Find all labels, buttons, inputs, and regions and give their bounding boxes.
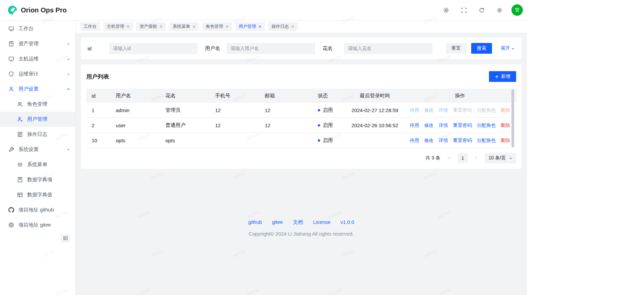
tab-close-icon[interactable]: ✕ bbox=[159, 25, 162, 29]
plus-icon bbox=[495, 75, 499, 79]
edit-action[interactable]: 修改 bbox=[424, 107, 434, 113]
reset-password-action[interactable]: 重置密码 bbox=[453, 138, 472, 144]
disable-action[interactable]: 停用 bbox=[410, 138, 419, 144]
cell-username: user bbox=[110, 118, 160, 133]
edit-action[interactable]: 修改 bbox=[424, 138, 434, 144]
footer-link-docs[interactable]: 文档 bbox=[293, 219, 303, 226]
pagination: 共 3 条 1 10 条/页 bbox=[86, 153, 516, 163]
sidebar-item-system-menu[interactable]: 系统菜单 bbox=[0, 157, 75, 172]
app-window: Orion Ops Pro bbox=[0, 0, 527, 295]
sidebar-label: 工作台 bbox=[18, 26, 70, 32]
footer-link-gitee[interactable]: gitee bbox=[272, 219, 283, 226]
scrollbar-thumb[interactable] bbox=[511, 89, 514, 147]
refresh-icon[interactable] bbox=[476, 4, 487, 16]
fullscreen-icon[interactable] bbox=[458, 4, 469, 16]
username-label: 用户名 bbox=[205, 45, 227, 52]
sidebar-label: 数据字典项 bbox=[27, 177, 70, 183]
sidebar-item-asset-mgmt[interactable]: 资产管理 bbox=[0, 36, 75, 51]
reset-button[interactable]: 重置 bbox=[446, 43, 466, 54]
page-size-select[interactable]: 10 条/页 bbox=[485, 153, 516, 163]
col-email: 邮箱 bbox=[259, 89, 312, 103]
page-number[interactable]: 1 bbox=[458, 153, 468, 163]
delete-action[interactable]: 删除 bbox=[501, 138, 510, 144]
search-button[interactable]: 搜索 bbox=[471, 43, 492, 54]
brand: Orion Ops Pro bbox=[7, 5, 67, 15]
cell-username: admin bbox=[110, 103, 160, 118]
status-text: 启用 bbox=[323, 137, 333, 143]
sidebar-item-ops-audit[interactable]: 运维审计 bbox=[0, 66, 75, 82]
tab-close-icon[interactable]: ✕ bbox=[127, 25, 130, 29]
sidebar-label: 用户管理 bbox=[27, 116, 70, 122]
tab-host-mgmt[interactable]: 主机管理 ✕ bbox=[103, 22, 133, 31]
prev-page-icon[interactable] bbox=[445, 154, 454, 162]
tab-close-icon[interactable]: ✕ bbox=[291, 25, 294, 29]
nickname-input[interactable] bbox=[344, 43, 433, 54]
page-footer: github gitee 文档 License v1.0.0 Copyright… bbox=[81, 219, 522, 237]
sidebar-item-host-ops[interactable]: 主机运维 bbox=[0, 51, 75, 66]
cell-id: 10 bbox=[86, 133, 110, 148]
topbar-actions: 管 bbox=[440, 4, 523, 16]
user-avatar[interactable]: 管 bbox=[511, 4, 523, 16]
cell-actions: 停用 修改 详情 重置密码 分配角色 删除 bbox=[404, 118, 516, 133]
detail-action[interactable]: 详情 bbox=[439, 122, 448, 129]
sidebar-item-role-mgmt[interactable]: 角色管理 bbox=[0, 97, 75, 112]
footer-link-license[interactable]: License bbox=[313, 219, 331, 226]
page-size-value: 10 条/页 bbox=[489, 155, 506, 161]
tab-role-mgmt[interactable]: 角色管理 ✕ bbox=[202, 22, 232, 31]
tab-asset-auth[interactable]: 资产授权 ✕ bbox=[136, 22, 166, 31]
cell-actions: 停用 修改 详情 重置密码 分配角色 删除 bbox=[404, 133, 516, 148]
tab-op-logs[interactable]: 操作日志 ✕ bbox=[268, 22, 298, 31]
tab-close-icon[interactable]: ✕ bbox=[192, 25, 195, 29]
sidebar-item-user-settings[interactable]: 用户设置 bbox=[0, 82, 75, 97]
chevron-down-icon bbox=[66, 72, 70, 76]
reset-password-action[interactable]: 重置密码 bbox=[453, 107, 472, 113]
sidebar-item-user-mgmt[interactable]: 用户管理 bbox=[0, 112, 75, 127]
sidebar-item-dict-keys[interactable]: 数据字典项 bbox=[0, 172, 75, 187]
settings-gear-icon[interactable] bbox=[494, 4, 505, 16]
next-page-icon[interactable] bbox=[472, 154, 481, 162]
footer-link-github[interactable]: github bbox=[248, 219, 262, 226]
table-scrollbar bbox=[511, 89, 514, 147]
detail-action[interactable]: 详情 bbox=[439, 107, 448, 113]
delete-action[interactable]: 删除 bbox=[501, 122, 510, 129]
table-row: 1 admin 管理员 12 12 启用 2024-02-27 12:28:59 bbox=[86, 103, 516, 118]
col-username: 用户名 bbox=[110, 89, 160, 103]
assign-role-action[interactable]: 分配角色 bbox=[477, 138, 496, 144]
footer-link-version[interactable]: v1.0.0 bbox=[341, 219, 354, 226]
assign-role-action[interactable]: 分配角色 bbox=[477, 107, 496, 113]
delete-action[interactable]: 删除 bbox=[501, 107, 510, 113]
theme-toggle-icon[interactable] bbox=[440, 4, 452, 16]
add-user-button[interactable]: 新增 bbox=[489, 71, 516, 82]
status-dot bbox=[318, 139, 320, 142]
chevron-down-icon bbox=[509, 156, 513, 160]
tab-close-icon[interactable]: ✕ bbox=[258, 25, 261, 29]
roles-users-icon bbox=[17, 101, 23, 107]
username-input[interactable] bbox=[227, 43, 315, 54]
detail-action[interactable]: 详情 bbox=[439, 138, 448, 144]
sidebar-item-gitee[interactable]: 项目地址 gitee bbox=[0, 217, 75, 233]
sidebar-item-dict-values[interactable]: 数据字典值 bbox=[0, 187, 75, 202]
id-input[interactable] bbox=[109, 43, 198, 54]
tab-label: 工作台 bbox=[84, 23, 97, 30]
sidebar-collapse-icon[interactable] bbox=[61, 234, 70, 243]
tab-system-menu[interactable]: 系统菜单 ✕ bbox=[169, 22, 199, 31]
status-text: 启用 bbox=[323, 122, 333, 128]
add-button-label: 新增 bbox=[501, 73, 510, 80]
tab-workbench[interactable]: 工作台 bbox=[80, 22, 100, 31]
page-body: id 用户名 花名 重置 搜索 展开 bbox=[76, 33, 527, 295]
tab-close-icon[interactable]: ✕ bbox=[226, 25, 229, 29]
sidebar-item-op-logs[interactable]: 操作日志 bbox=[0, 127, 75, 142]
sidebar-item-workbench[interactable]: 工作台 bbox=[0, 21, 75, 36]
reset-password-action[interactable]: 重置密码 bbox=[453, 122, 472, 129]
edit-action[interactable]: 修改 bbox=[424, 122, 434, 129]
tab-user-mgmt[interactable]: 用户管理 ✕ bbox=[235, 22, 265, 31]
sidebar-item-github[interactable]: 项目地址 github bbox=[0, 202, 75, 217]
assign-role-action[interactable]: 分配角色 bbox=[477, 122, 496, 129]
disable-action[interactable]: 停用 bbox=[410, 122, 419, 129]
sidebar-item-system-settings[interactable]: 系统设置 bbox=[0, 142, 75, 157]
field-username: 用户名 bbox=[205, 43, 315, 54]
sidebar-label: 角色管理 bbox=[27, 101, 70, 107]
expand-toggle[interactable]: 展开 bbox=[501, 45, 515, 51]
github-icon bbox=[8, 207, 14, 213]
disable-action[interactable]: 停用 bbox=[410, 107, 419, 113]
